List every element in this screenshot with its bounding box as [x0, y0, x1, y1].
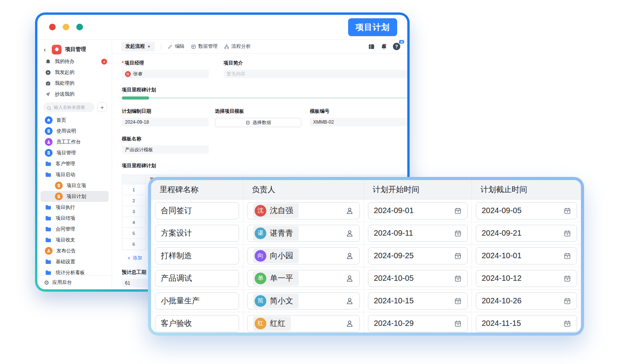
manager-field[interactable]: 张 张睿	[122, 70, 209, 78]
sidebar-footer-backend[interactable]: ⚙ 应用后台	[37, 275, 112, 289]
overlay-table-row: 打样制造向向小园2024-09-252024-10-01	[151, 245, 581, 267]
overlay-table-row: 方案设计谌谌青青2024-09-112024-09-21	[151, 222, 581, 245]
sidebar-menu-13[interactable]: 基础设置	[40, 256, 109, 267]
start-date-input[interactable]: 2024-09-25	[368, 247, 468, 264]
manager-label: 项目经理	[122, 60, 209, 66]
template-select-label: 选择项目模板	[215, 108, 301, 115]
owner-input[interactable]: 简简小文	[247, 292, 360, 310]
add-app-button[interactable]: +	[97, 102, 107, 112]
person-outline-icon	[345, 319, 354, 328]
search-field[interactable]	[54, 105, 91, 110]
sidebar-menu-3[interactable]: 项目管理	[40, 147, 109, 158]
avatar: 向	[255, 250, 266, 262]
start-date-input[interactable]: 2024-09-01	[368, 202, 468, 219]
avatar: 简	[255, 295, 266, 307]
announce-icon	[45, 247, 53, 255]
select-data-button[interactable]: 选择数据	[215, 118, 301, 127]
milestone-name-input[interactable]: 客户验收	[155, 315, 239, 332]
end-date-input[interactable]: 2024-10-12	[476, 270, 577, 287]
section-progress-track	[122, 97, 407, 99]
milestone-name-input[interactable]: 产品调试	[155, 270, 239, 287]
sidebar-menu-14[interactable]: 统计分析看板	[40, 267, 109, 275]
sidebar-menu-0[interactable]: 首页	[40, 115, 109, 126]
sidebar-menu-4[interactable]: 客户管理	[40, 158, 109, 169]
play-circle-icon	[45, 69, 51, 75]
start-date-input[interactable]: 2024-10-15	[368, 292, 468, 310]
start-flow-button[interactable]: 发起流程 ▼	[121, 42, 155, 51]
sidebar-menu-7[interactable]: 项目计划	[40, 191, 109, 202]
toolbar-action-0[interactable]: 编辑	[167, 43, 185, 50]
sidebar-item-3[interactable]: 抄送我的	[37, 89, 112, 100]
sidebar-menu-5[interactable]: 项目启动	[40, 169, 109, 180]
folder-icon	[45, 160, 52, 167]
sidebar-item-2[interactable]: 我处理的	[37, 78, 112, 89]
calendar-icon	[563, 229, 571, 237]
overlay-col-header: 里程碑名称	[151, 180, 243, 199]
add-row-button[interactable]: ＋ 添加	[122, 255, 142, 261]
back-chevron-icon[interactable]: ‹	[44, 46, 48, 53]
owner-input[interactable]: 谌谌青青	[247, 225, 360, 242]
owner-input[interactable]: 单单一平	[247, 270, 360, 287]
folder-icon	[45, 226, 52, 233]
end-date-input[interactable]: 2024-10-01	[476, 247, 577, 264]
person-icon	[45, 138, 53, 146]
minimize-icon[interactable]	[63, 24, 69, 30]
toolbar-action-2[interactable]: 流程分析	[224, 43, 251, 50]
milestone-name-input[interactable]: 合同签订	[155, 202, 239, 219]
end-date-input[interactable]: 2024-09-05	[476, 202, 577, 219]
start-date-input[interactable]: 2024-09-11	[368, 225, 468, 242]
plan-date-field[interactable]: 2024-09-18	[122, 118, 209, 126]
section-progress-fill	[122, 96, 149, 100]
help-icon[interactable]: ? AI	[393, 43, 400, 50]
sidebar-menu-1[interactable]: 使用说明	[40, 126, 109, 136]
owner-input[interactable]: 沈沈自强	[247, 202, 360, 219]
milestone-name-input[interactable]: 方案设计	[155, 225, 239, 242]
milestone-name-input[interactable]: 打样制造	[155, 247, 239, 264]
overlay-table-row: 客户验收红红红2024-10-292024-11-15	[151, 312, 581, 332]
search-input[interactable]	[43, 102, 95, 112]
chevron-down-icon: ▼	[147, 45, 151, 49]
doc-icon	[45, 127, 53, 135]
panel-icon[interactable]	[368, 43, 375, 50]
maximize-icon[interactable]	[76, 24, 83, 30]
sidebar-item-0[interactable]: 我的待办4	[37, 56, 112, 67]
home-icon	[45, 116, 53, 124]
overlay-table-row: 小批量生产简简小文2024-10-152024-10-26	[151, 290, 581, 312]
milestone-name-input[interactable]: 小批量生产	[155, 292, 239, 310]
notification-bell-icon[interactable]	[380, 43, 387, 50]
avatar: 红	[255, 318, 266, 329]
template-name-field[interactable]: 产品设计模板	[122, 145, 209, 154]
sidebar-menu-6[interactable]: 项目立项	[40, 180, 109, 191]
calendar-icon	[563, 207, 571, 215]
sidebar-menu-12[interactable]: 发布公告	[40, 245, 109, 256]
folder-icon	[45, 171, 52, 178]
data-grid-icon	[191, 44, 196, 49]
sidebar-item-1[interactable]: 我发起的	[37, 67, 112, 78]
close-icon[interactable]	[49, 24, 56, 30]
bell-icon	[45, 58, 51, 65]
ai-badge: AI	[399, 40, 404, 44]
folder-icon	[45, 258, 52, 265]
sidebar-menu-10[interactable]: 合同管理	[40, 224, 109, 234]
toolbar: 发起流程 ▼ 编辑数据管理流程分析	[112, 40, 407, 54]
doc-icon	[55, 192, 63, 200]
sidebar-menu-8[interactable]: 项目执行	[40, 202, 109, 213]
end-date-input[interactable]: 2024-11-15	[476, 315, 577, 332]
avatar: 张	[125, 71, 131, 77]
sidebar-menu-2[interactable]: 员工工作台	[40, 136, 109, 147]
owner-input[interactable]: 向向小园	[247, 247, 360, 264]
database-icon	[245, 120, 250, 125]
start-date-input[interactable]: 2024-10-05	[368, 270, 468, 287]
intro-field[interactable]: 暂无内容	[224, 70, 407, 78]
template-name-label: 模板名称	[122, 136, 209, 142]
end-date-input[interactable]: 2024-10-26	[476, 292, 577, 310]
toolbar-action-1[interactable]: 数据管理	[191, 43, 218, 50]
sidebar-menu-11[interactable]: 项目收支	[40, 234, 109, 245]
sidebar-menu-9[interactable]: 项目结项	[40, 213, 109, 224]
start-date-input[interactable]: 2024-10-29	[368, 315, 468, 332]
sidebar: ‹ 项目管理 我的待办4我发起的我处理的抄送我的	[37, 40, 112, 289]
doc-icon	[55, 182, 63, 189]
owner-input[interactable]: 红红红	[247, 315, 360, 332]
end-date-input[interactable]: 2024-09-21	[476, 225, 577, 242]
template-no-field[interactable]: XMMB-02	[310, 118, 407, 126]
